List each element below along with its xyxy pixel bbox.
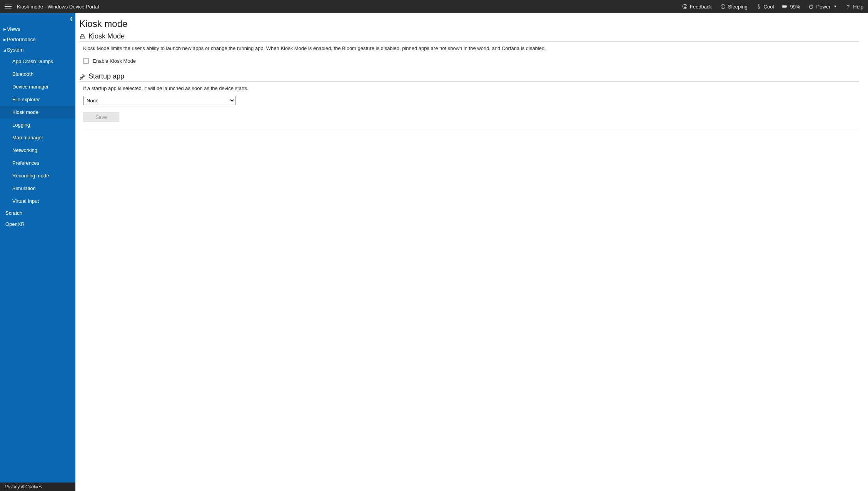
sidebar-item-recording-mode[interactable]: Recording mode <box>0 169 75 182</box>
sidebar-group-label: System <box>7 47 23 53</box>
section-startup-app-header: Startup app <box>79 72 859 82</box>
section-title: Startup app <box>88 72 124 80</box>
privacy-cookies-link[interactable]: Privacy & Cookies <box>0 483 75 491</box>
sidebar-item-preferences[interactable]: Preferences <box>0 157 75 169</box>
sidebar-item-device-manager[interactable]: Device manager <box>0 80 75 93</box>
device-state[interactable]: Sleeping <box>720 4 748 10</box>
help-label: Help <box>853 4 863 10</box>
temperature-status[interactable]: Cool <box>756 4 774 10</box>
help-button[interactable]: ? Help <box>845 4 863 10</box>
caret-right-icon: ▶ <box>3 27 6 31</box>
enable-kiosk-mode-checkbox[interactable] <box>83 58 89 64</box>
battery-icon <box>782 4 788 9</box>
sidebar-item-logging[interactable]: Logging <box>0 119 75 131</box>
hamburger-icon[interactable] <box>5 5 12 9</box>
caret-down-icon: ◢ <box>3 48 6 52</box>
sidebar-group-system[interactable]: ◢ System <box>0 45 75 55</box>
sidebar-item-label: App Crash Dumps <box>12 58 53 64</box>
svg-rect-7 <box>787 6 787 7</box>
main-content: Kiosk mode Kiosk Mode Kiosk Mode limits … <box>75 13 868 491</box>
sidebar-item-virtual-input[interactable]: Virtual Input <box>0 195 75 207</box>
top-app-bar: Kiosk mode - Windows Device Portal Feedb… <box>0 0 868 13</box>
startup-app-select[interactable]: None <box>83 96 235 105</box>
sidebar-group-label: Performance <box>7 37 35 42</box>
lock-icon <box>79 33 85 40</box>
svg-rect-11 <box>80 36 84 39</box>
sidebar-item-networking[interactable]: Networking <box>0 144 75 157</box>
caret-right-icon: ▶ <box>3 38 6 42</box>
section-kiosk-mode-header: Kiosk Mode <box>79 32 859 42</box>
startup-app-description: If a startup app is selected, it will be… <box>83 85 859 91</box>
sidebar-item-map-manager[interactable]: Map manager <box>0 131 75 144</box>
sidebar-item-label: Virtual Input <box>12 198 39 204</box>
sidebar-item-label: Map manager <box>12 135 43 140</box>
sidebar-item-openxr[interactable]: OpenXR <box>0 219 75 230</box>
battery-status[interactable]: 99% <box>782 4 800 10</box>
sidebar-item-label: Device manager <box>12 84 49 90</box>
battery-label: 99% <box>790 4 800 10</box>
thermometer-icon <box>756 4 761 9</box>
svg-point-2 <box>685 6 686 7</box>
sleep-icon <box>720 4 726 9</box>
page-title: Kiosk mode <box>79 18 859 29</box>
sidebar-item-label: Bluetooth <box>12 71 33 77</box>
svg-rect-4 <box>758 4 759 7</box>
device-state-label: Sleeping <box>728 4 748 10</box>
sidebar-item-file-explorer[interactable]: File explorer <box>0 93 75 106</box>
sidebar-collapse-button[interactable]: ❮ <box>70 16 73 21</box>
feedback-button[interactable]: Feedback <box>682 4 712 10</box>
kiosk-mode-description: Kiosk Mode limits the user's ability to … <box>83 45 859 51</box>
sidebar-item-simulation[interactable]: Simulation <box>0 182 75 195</box>
power-menu[interactable]: Power ▼ <box>808 4 837 10</box>
help-icon: ? <box>845 4 851 9</box>
pin-icon <box>79 73 85 80</box>
svg-point-1 <box>684 6 684 7</box>
sidebar-item-label: File explorer <box>12 97 40 102</box>
enable-kiosk-mode-label: Enable Kiosk Mode <box>93 58 136 64</box>
sidebar-item-label: Kiosk mode <box>12 109 38 115</box>
section-title: Kiosk Mode <box>88 32 125 40</box>
sidebar-group-views[interactable]: ▶ Views <box>0 24 75 34</box>
sidebar-item-label: Networking <box>12 147 37 153</box>
sidebar: ❮ ▶ Views ▶ Performance ◢ System App Cra… <box>0 13 75 491</box>
divider <box>83 130 859 130</box>
save-button[interactable]: Save <box>83 112 119 122</box>
sidebar-group-performance[interactable]: ▶ Performance <box>0 34 75 45</box>
sidebar-item-app-crash-dumps[interactable]: App Crash Dumps <box>0 55 75 68</box>
sidebar-item-bluetooth[interactable]: Bluetooth <box>0 68 75 80</box>
sidebar-item-label: Scratch <box>5 210 22 216</box>
sidebar-item-label: Logging <box>12 122 30 128</box>
svg-point-0 <box>683 4 687 8</box>
chevron-down-icon: ▼ <box>833 5 837 8</box>
svg-rect-8 <box>783 6 786 7</box>
sidebar-item-label: OpenXR <box>5 221 25 227</box>
sidebar-item-label: Preferences <box>12 160 39 166</box>
feedback-icon <box>682 4 688 9</box>
footer-label: Privacy & Cookies <box>5 484 42 489</box>
power-label: Power <box>816 4 830 10</box>
power-icon <box>808 4 814 9</box>
temperature-label: Cool <box>764 4 774 10</box>
sidebar-item-scratch[interactable]: Scratch <box>0 207 75 219</box>
window-title: Kiosk mode - Windows Device Portal <box>17 4 99 10</box>
sidebar-item-label: Simulation <box>12 185 36 191</box>
sidebar-group-label: Views <box>7 26 20 32</box>
feedback-label: Feedback <box>690 4 712 10</box>
sidebar-item-label: Recording mode <box>12 173 49 179</box>
sidebar-item-kiosk-mode[interactable]: Kiosk mode <box>0 106 75 119</box>
